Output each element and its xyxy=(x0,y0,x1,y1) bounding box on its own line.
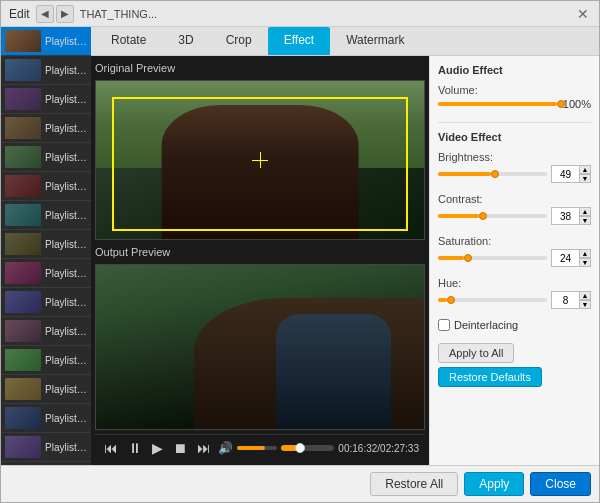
sidebar-item-8[interactable]: Playlist_404 xyxy=(1,259,91,288)
window-close-button[interactable]: ✕ xyxy=(575,6,591,22)
saturation-track[interactable] xyxy=(438,256,547,260)
sidebar-item-4[interactable]: Playlist_303 xyxy=(1,143,91,172)
skip-back-button[interactable]: ⏮ xyxy=(101,439,121,457)
volume-icon: 🔊 xyxy=(218,441,233,455)
thumb-img-10 xyxy=(5,320,41,342)
sidebar-item-14[interactable]: Playlist_307 xyxy=(1,433,91,462)
sidebar-thumb-14 xyxy=(5,436,41,458)
sidebar-item-13[interactable]: Playlist_309 xyxy=(1,404,91,433)
tab-watermark[interactable]: Watermark xyxy=(330,27,420,55)
tab-rotate[interactable]: Rotate xyxy=(95,27,162,55)
deinterlacing-checkbox[interactable] xyxy=(438,319,450,331)
deinterlacing-label: Deinterlacing xyxy=(454,319,518,331)
brightness-up[interactable]: ▲ xyxy=(579,165,591,174)
sidebar-label-9: Playlist_301 xyxy=(45,297,87,308)
sidebar-item-1[interactable]: Playlist_800 xyxy=(1,56,91,85)
sidebar-item-5[interactable]: Playlist_403 xyxy=(1,172,91,201)
brightness-slider-row: Brightness: 49 ▲ ▼ xyxy=(438,151,591,183)
progress-bar[interactable] xyxy=(281,445,334,451)
thumb-img-2 xyxy=(5,88,41,110)
tab-3d[interactable]: 3D xyxy=(162,27,209,55)
thumb-img-8 xyxy=(5,262,41,284)
sidebar-thumb-7 xyxy=(5,233,41,255)
effect-action-row: Apply to All Restore Defaults xyxy=(438,343,591,387)
sidebar-label-1: Playlist_800 xyxy=(45,65,87,76)
stop-button[interactable]: ⏹ xyxy=(170,439,190,457)
restore-defaults-button[interactable]: Restore Defaults xyxy=(438,367,542,387)
sidebar-label-14: Playlist_307 xyxy=(45,442,87,453)
panels: Original Preview Output Preview xyxy=(91,56,599,465)
tab-crop[interactable]: Crop xyxy=(210,27,268,55)
title-bar-left: Edit ◀ ▶ THAT_THING... xyxy=(9,5,157,23)
original-video-frame xyxy=(96,81,424,239)
title-bar: Edit ◀ ▶ THAT_THING... ✕ xyxy=(1,1,599,27)
nav-back-button[interactable]: ◀ xyxy=(36,5,54,23)
thumb-img-3 xyxy=(5,117,41,139)
divider-1 xyxy=(438,122,591,123)
brightness-arrows: ▲ ▼ xyxy=(579,165,591,183)
thumb-img-12 xyxy=(5,378,41,400)
brightness-value[interactable]: 49 xyxy=(551,165,579,183)
controls-bar: ⏮ ⏸ ▶ ⏹ ⏭ 🔊 00:16:32/02:27:33 xyxy=(95,434,425,461)
thumb-img-1 xyxy=(5,59,41,81)
contrast-value[interactable]: 38 xyxy=(551,207,579,225)
saturation-down[interactable]: ▼ xyxy=(579,258,591,267)
title-bar-buttons: ✕ xyxy=(575,6,591,22)
sidebar: Playlist_801 Playlist_800 Playlist_302 P… xyxy=(1,27,91,465)
sidebar-label-12: Playlist_308 xyxy=(45,384,87,395)
sidebar-thumb-5 xyxy=(5,175,41,197)
volume-label: Volume: xyxy=(438,84,591,96)
volume-track[interactable] xyxy=(438,102,557,106)
brightness-label: Brightness: xyxy=(438,151,591,163)
hue-up[interactable]: ▲ xyxy=(579,291,591,300)
scene-figure xyxy=(162,105,359,239)
sidebar-item-10[interactable]: Playlist_401 xyxy=(1,317,91,346)
deinterlacing-row: Deinterlacing xyxy=(438,319,591,331)
sidebar-label-3: Playlist_402 xyxy=(45,123,87,134)
nav-forward-button[interactable]: ▶ xyxy=(56,5,74,23)
sidebar-item-11[interactable]: Playlist_300 xyxy=(1,346,91,375)
contrast-slider-row: Contrast: 38 ▲ ▼ xyxy=(438,193,591,225)
saturation-up[interactable]: ▲ xyxy=(579,249,591,258)
sidebar-item-0[interactable]: Playlist_801 xyxy=(1,27,91,56)
tab-effect[interactable]: Effect xyxy=(268,27,330,55)
pause-button[interactable]: ⏸ xyxy=(125,439,145,457)
volume-bar[interactable] xyxy=(237,446,277,450)
volume-thumb xyxy=(557,100,565,108)
close-button[interactable]: Close xyxy=(530,472,591,496)
brightness-down[interactable]: ▼ xyxy=(579,174,591,183)
contrast-label: Contrast: xyxy=(438,193,591,205)
sidebar-label-4: Playlist_303 xyxy=(45,152,87,163)
sidebar-item-9[interactable]: Playlist_301 xyxy=(1,288,91,317)
output-video-frame xyxy=(96,265,424,429)
sidebar-item-12[interactable]: Playlist_308 xyxy=(1,375,91,404)
saturation-value[interactable]: 24 xyxy=(551,249,579,267)
output-preview-box xyxy=(95,264,425,430)
skip-forward-button[interactable]: ⏭ xyxy=(194,439,214,457)
hue-down[interactable]: ▼ xyxy=(579,300,591,309)
sidebar-item-6[interactable]: Playlist_305 xyxy=(1,201,91,230)
sidebar-header-label: THAT_THING... xyxy=(80,8,157,20)
brightness-track[interactable] xyxy=(438,172,547,176)
apply-to-all-button[interactable]: Apply to All xyxy=(438,343,514,363)
saturation-slider-row: Saturation: 24 ▲ ▼ xyxy=(438,235,591,267)
sidebar-item-7[interactable]: Playlist_304 xyxy=(1,230,91,259)
sidebar-thumb-12 xyxy=(5,378,41,400)
apply-button[interactable]: Apply xyxy=(464,472,524,496)
sidebar-label-8: Playlist_404 xyxy=(45,268,87,279)
brightness-spinbox: 49 ▲ ▼ xyxy=(551,165,591,183)
hue-value[interactable]: 8 xyxy=(551,291,579,309)
play-button[interactable]: ▶ xyxy=(149,439,166,457)
contrast-down[interactable]: ▼ xyxy=(579,216,591,225)
sidebar-item-2[interactable]: Playlist_302 xyxy=(1,85,91,114)
sidebar-thumb-6 xyxy=(5,204,41,226)
contrast-track[interactable] xyxy=(438,214,547,218)
sidebar-label-5: Playlist_403 xyxy=(45,181,87,192)
contrast-up[interactable]: ▲ xyxy=(579,207,591,216)
sidebar-item-3[interactable]: Playlist_402 xyxy=(1,114,91,143)
restore-all-button[interactable]: Restore All xyxy=(370,472,458,496)
audio-section-title: Audio Effect xyxy=(438,64,591,76)
hue-track[interactable] xyxy=(438,298,547,302)
hue-slider-row: Hue: 8 ▲ ▼ xyxy=(438,277,591,309)
thumb-img-7 xyxy=(5,233,41,255)
